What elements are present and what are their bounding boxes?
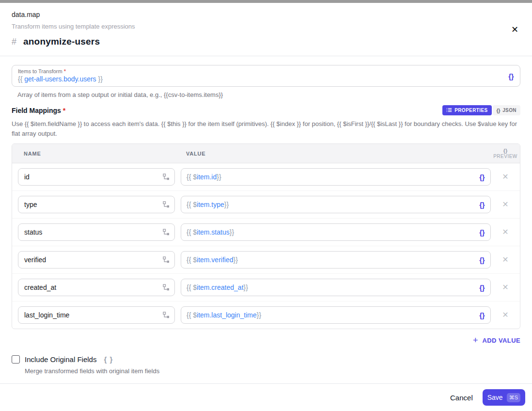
list-icon bbox=[446, 107, 452, 114]
template-braces-icon[interactable]: {} bbox=[479, 284, 485, 292]
save-button[interactable]: Save ⌘S bbox=[483, 389, 525, 406]
field-mappings-label: Field Mappings * bbox=[12, 107, 65, 114]
field-name-input[interactable]: type bbox=[18, 196, 175, 213]
template-braces-icon[interactable]: {} bbox=[479, 311, 485, 319]
tab-json[interactable]: {} JSON bbox=[493, 105, 520, 115]
items-to-transform-field[interactable]: Items to Transform * {{ get-all-users.bo… bbox=[12, 65, 520, 87]
template-braces-icon[interactable]: {} bbox=[479, 228, 485, 237]
schema-tree-icon[interactable] bbox=[163, 201, 170, 208]
column-header-preview: {} PREVIEW bbox=[491, 148, 520, 159]
column-header-value: VALUE bbox=[181, 151, 491, 157]
field-name-input[interactable]: verified bbox=[18, 251, 175, 269]
table-row: verified {{ $item.verified }} {} ✕ bbox=[12, 246, 520, 274]
close-icon[interactable]: ✕ bbox=[511, 25, 518, 34]
template-braces-icon[interactable]: {} bbox=[479, 201, 485, 209]
items-to-transform-helper: Array of items from a step output or ini… bbox=[17, 91, 520, 98]
field-name-input[interactable]: status bbox=[18, 223, 175, 241]
template-braces-icon[interactable]: {} bbox=[508, 72, 514, 80]
items-to-transform-label: Items to Transform * bbox=[18, 68, 499, 74]
plus-icon: + bbox=[473, 336, 478, 345]
table-row: status {{ $item.status }} {} ✕ bbox=[12, 219, 520, 246]
remove-row-icon[interactable]: ✕ bbox=[502, 228, 508, 236]
step-type-title: data.map bbox=[12, 11, 520, 18]
field-value-input[interactable]: {{ $item.id }} bbox=[181, 168, 491, 186]
items-to-transform-value[interactable]: {{ get-all-users.body.users }} bbox=[18, 75, 499, 83]
schema-tree-icon[interactable] bbox=[163, 174, 170, 180]
table-row: type {{ $item.type }} {} ✕ bbox=[12, 191, 520, 219]
step-name-title[interactable]: anonymize-users bbox=[23, 36, 100, 47]
dialog-footer: Cancel Save ⌘S bbox=[0, 383, 532, 411]
schema-tree-icon[interactable] bbox=[163, 284, 170, 291]
braces-icon: { } bbox=[104, 355, 113, 364]
field-value-input[interactable]: {{ $item.status }} bbox=[181, 223, 491, 241]
schema-tree-icon[interactable] bbox=[163, 256, 170, 263]
field-value-input[interactable]: {{ $item.type }} bbox=[181, 196, 491, 213]
field-name-input[interactable]: id bbox=[18, 168, 175, 186]
remove-row-icon[interactable]: ✕ bbox=[502, 256, 508, 264]
include-original-helper: Merge transformed fields with original i… bbox=[25, 367, 520, 375]
field-value-input[interactable]: {{ $item.created_at }} bbox=[181, 279, 491, 296]
hash-icon: # bbox=[12, 37, 16, 47]
remove-row-icon[interactable]: ✕ bbox=[502, 201, 508, 208]
preview-braces-icon: {} bbox=[491, 148, 520, 154]
table-row: created_at {{ $item.created_at }} {} ✕ bbox=[12, 274, 520, 301]
cancel-button[interactable]: Cancel bbox=[450, 394, 473, 402]
view-mode-toggle: PROPERTIES {} JSON bbox=[442, 105, 520, 115]
field-value-input[interactable]: {{ $item.verified }} bbox=[181, 251, 491, 269]
include-original-checkbox[interactable] bbox=[12, 355, 20, 364]
schema-tree-icon[interactable] bbox=[163, 312, 170, 318]
required-asterisk: * bbox=[63, 107, 65, 114]
include-original-label: Include Original Fields bbox=[25, 355, 96, 364]
save-shortcut-badge: ⌘S bbox=[507, 393, 520, 402]
template-braces-icon[interactable]: {} bbox=[479, 173, 485, 181]
braces-icon: {} bbox=[497, 108, 501, 113]
field-mappings-description: Use {{ $item.fieldName }} to access each… bbox=[12, 119, 520, 139]
step-type-subtitle: Transform items using template expressio… bbox=[12, 23, 520, 30]
table-row: id {{ $item.id }} {} ✕ bbox=[12, 163, 520, 191]
table-header-row: NAME VALUE {} PREVIEW bbox=[12, 144, 520, 163]
add-value-button[interactable]: + ADD VALUE bbox=[473, 336, 520, 345]
field-mappings-table: NAME VALUE {} PREVIEW id {{ $item.id }} … bbox=[12, 143, 520, 329]
table-row: last_login_time {{ $item.last_login_time… bbox=[12, 301, 520, 329]
field-value-input[interactable]: {{ $item.last_login_time }} bbox=[181, 306, 491, 324]
remove-row-icon[interactable]: ✕ bbox=[502, 311, 508, 319]
schema-tree-icon[interactable] bbox=[163, 229, 170, 236]
column-header-name: NAME bbox=[18, 151, 181, 157]
tab-properties[interactable]: PROPERTIES bbox=[442, 105, 491, 115]
remove-row-icon[interactable]: ✕ bbox=[502, 284, 508, 291]
remove-row-icon[interactable]: ✕ bbox=[502, 173, 508, 181]
template-braces-icon[interactable]: {} bbox=[479, 256, 485, 264]
dialog-header: data.map Transform items using template … bbox=[0, 3, 532, 56]
required-asterisk: * bbox=[64, 68, 66, 74]
field-name-input[interactable]: last_login_time bbox=[18, 306, 175, 324]
dialog-body: Items to Transform * {{ get-all-users.bo… bbox=[0, 56, 532, 375]
field-name-input[interactable]: created_at bbox=[18, 279, 175, 296]
